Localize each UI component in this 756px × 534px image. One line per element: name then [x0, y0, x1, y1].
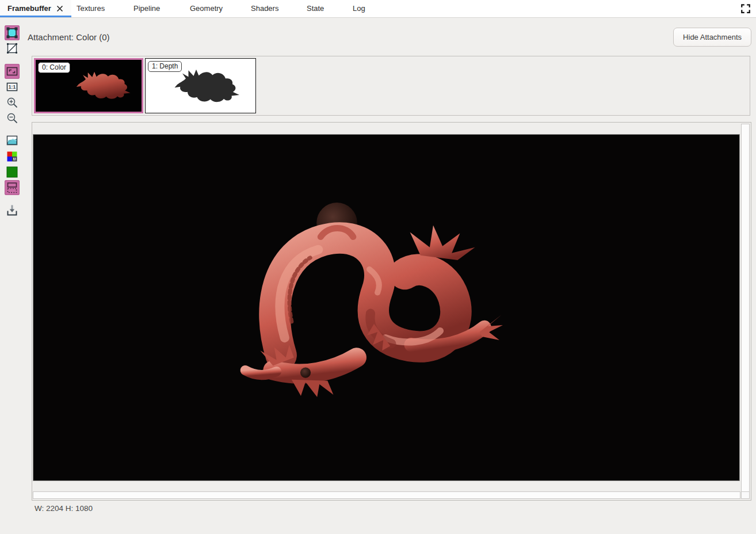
flip-vertical-icon[interactable]	[5, 180, 20, 195]
color-thumbnail-image	[66, 67, 138, 105]
tab-bar: Framebuffer Textures Pipeline Geometry S…	[0, 0, 756, 18]
tab-framebuffer[interactable]: Framebuffer	[0, 0, 71, 17]
framebuffer-dimensions-status: W: 2204 H: 1080	[35, 504, 93, 513]
tab-state[interactable]: State	[307, 0, 324, 17]
actual-size-icon[interactable]: 1:1	[5, 79, 20, 94]
hide-attachments-button[interactable]: Hide Attachments	[673, 28, 751, 47]
empty-region-icon[interactable]	[5, 41, 20, 56]
select-region-icon[interactable]	[5, 25, 20, 40]
save-image-icon[interactable]	[5, 203, 20, 218]
tab-shaders[interactable]: Shaders	[251, 0, 278, 17]
tab-label: Framebuffer	[7, 0, 51, 17]
tab-textures[interactable]: Textures	[77, 0, 105, 17]
attachment-thumb-depth[interactable]: 1: Depth	[145, 58, 256, 113]
attachment-chip: 1: Depth	[148, 61, 182, 72]
scrollbar-corner	[741, 491, 750, 499]
attachment-chip: 0: Color	[38, 62, 70, 73]
rendered-dragon-model	[236, 199, 503, 401]
horizontal-scrollbar[interactable]	[33, 491, 740, 499]
channels-rgba-icon[interactable]: A	[5, 149, 20, 164]
histogram-icon[interactable]	[5, 133, 20, 148]
fullscreen-icon[interactable]	[740, 3, 751, 14]
framebuffer-image[interactable]	[33, 134, 740, 481]
tab-geometry[interactable]: Geometry	[190, 0, 223, 17]
tab-log[interactable]: Log	[353, 0, 365, 17]
background-color-icon[interactable]	[5, 165, 20, 180]
close-icon[interactable]	[56, 5, 63, 12]
framebuffer-viewer[interactable]	[32, 122, 751, 501]
zoom-in-icon[interactable]	[5, 95, 20, 110]
attachment-label: Attachment: Color (0)	[28, 32, 110, 42]
vertical-scrollbar[interactable]	[741, 124, 750, 492]
fit-to-window-icon[interactable]	[5, 64, 20, 79]
attachments-strip: 0: Color 1: Depth	[32, 56, 750, 116]
svg-text:1:1: 1:1	[9, 84, 16, 90]
tab-pipeline[interactable]: Pipeline	[133, 0, 160, 17]
attachment-thumb-color[interactable]: 0: Color	[34, 58, 143, 113]
zoom-out-icon[interactable]	[5, 110, 20, 125]
